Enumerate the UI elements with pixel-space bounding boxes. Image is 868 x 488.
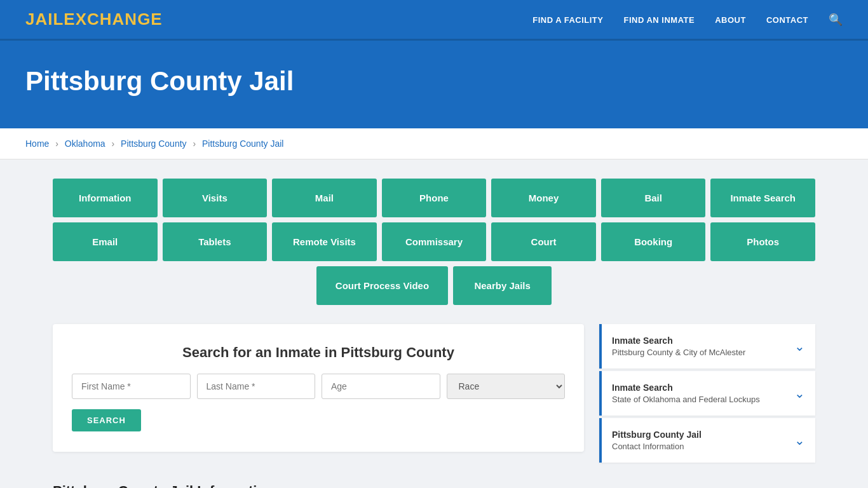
main-content: Information Visits Mail Phone Money Bail… — [27, 159, 841, 488]
search-icon[interactable]: 🔍 — [829, 13, 843, 26]
race-select[interactable]: Race White Black Hispanic Asian Other — [447, 374, 566, 399]
button-grid-row3: Court Process Video Nearby Jails — [53, 266, 815, 305]
btn-photos[interactable]: Photos — [710, 222, 815, 261]
btn-email[interactable]: Email — [53, 222, 158, 261]
sidebar-item-title-2: Pittsburg County Jail — [612, 430, 702, 440]
chevron-down-icon-2: ⌄ — [794, 433, 805, 448]
btn-remote-visits[interactable]: Remote Visits — [272, 222, 377, 261]
search-fields: Race White Black Hispanic Asian Other — [72, 374, 565, 399]
nav-contact[interactable]: CONTACT — [766, 15, 808, 25]
logo-part1: JAIL — [25, 10, 64, 29]
nav-find-facility[interactable]: FIND A FACILITY — [532, 15, 603, 25]
page-title: Pittsburg County Jail — [25, 66, 843, 97]
btn-court-process-video[interactable]: Court Process Video — [316, 266, 448, 305]
button-grid-row1: Information Visits Mail Phone Money Bail… — [53, 179, 815, 217]
search-heading: Search for an Inmate in Pittsburg County — [72, 344, 565, 361]
btn-bail[interactable]: Bail — [601, 179, 706, 217]
sidebar-item-1[interactable]: Inmate Search State of Oklahoma and Fede… — [599, 371, 815, 416]
breadcrumb: Home › Oklahoma › Pittsburg County › Pit… — [0, 128, 868, 159]
btn-visits[interactable]: Visits — [163, 179, 268, 217]
sidebar-item-title-0: Inmate Search — [612, 336, 745, 346]
search-button[interactable]: SEARCH — [72, 409, 141, 431]
sidebar-item-0[interactable]: Inmate Search Pittsburg County & City of… — [599, 324, 815, 369]
sidebar-item-subtitle-2: Contact Information — [612, 442, 702, 451]
jail-info-heading: Pittsburg County Jail Information — [53, 483, 815, 488]
logo-exchange: EXCHANGE — [64, 10, 162, 29]
breadcrumb-pittsburg-county[interactable]: Pittsburg County — [121, 139, 187, 149]
sidebar-item-text-2: Pittsburg County Jail Contact Informatio… — [612, 430, 702, 451]
breadcrumb-current[interactable]: Pittsburg County Jail — [202, 139, 283, 149]
sidebar: Inmate Search Pittsburg County & City of… — [599, 324, 815, 465]
btn-court[interactable]: Court — [491, 222, 596, 261]
btn-inmate-search[interactable]: Inmate Search — [710, 179, 815, 217]
btn-booking[interactable]: Booking — [601, 222, 706, 261]
btn-tablets[interactable]: Tablets — [163, 222, 268, 261]
navbar: JAILEXCHANGE FIND A FACILITY FIND AN INM… — [0, 0, 868, 41]
btn-phone[interactable]: Phone — [382, 179, 487, 217]
btn-mail[interactable]: Mail — [272, 179, 377, 217]
sidebar-item-text-0: Inmate Search Pittsburg County & City of… — [612, 336, 745, 357]
sidebar-item-subtitle-1: State of Oklahoma and Federal Lockups — [612, 395, 760, 404]
last-name-input[interactable] — [197, 374, 316, 399]
nav-links: FIND A FACILITY FIND AN INMATE ABOUT CON… — [532, 13, 843, 27]
nav-find-inmate[interactable]: FIND AN INMATE — [623, 15, 695, 25]
content-area: Search for an Inmate in Pittsburg County… — [53, 324, 815, 465]
breadcrumb-sep-1: › — [55, 139, 58, 149]
hero-section: Pittsburg County Jail — [0, 41, 868, 128]
sidebar-item-2[interactable]: Pittsburg County Jail Contact Informatio… — [599, 418, 815, 463]
nav-about[interactable]: ABOUT — [715, 15, 746, 25]
breadcrumb-sep-3: › — [193, 139, 196, 149]
btn-nearby-jails[interactable]: Nearby Jails — [453, 266, 552, 305]
sidebar-item-text-1: Inmate Search State of Oklahoma and Fede… — [612, 383, 760, 404]
age-input[interactable] — [322, 374, 440, 399]
first-name-input[interactable] — [72, 374, 191, 399]
btn-information[interactable]: Information — [53, 179, 158, 217]
sidebar-item-subtitle-0: Pittsburg County & City of McAlester — [612, 348, 745, 357]
breadcrumb-oklahoma[interactable]: Oklahoma — [65, 139, 105, 149]
inmate-search-section: Search for an Inmate in Pittsburg County… — [53, 324, 584, 452]
button-grid-row2: Email Tablets Remote Visits Commissary C… — [53, 222, 815, 261]
btn-money[interactable]: Money — [491, 179, 596, 217]
btn-commissary[interactable]: Commissary — [382, 222, 487, 261]
chevron-down-icon-0: ⌄ — [794, 339, 805, 354]
breadcrumb-home[interactable]: Home — [25, 139, 49, 149]
site-logo[interactable]: JAILEXCHANGE — [25, 10, 163, 29]
breadcrumb-sep-2: › — [112, 139, 115, 149]
sidebar-item-title-1: Inmate Search — [612, 383, 760, 393]
chevron-down-icon-1: ⌄ — [794, 386, 805, 401]
